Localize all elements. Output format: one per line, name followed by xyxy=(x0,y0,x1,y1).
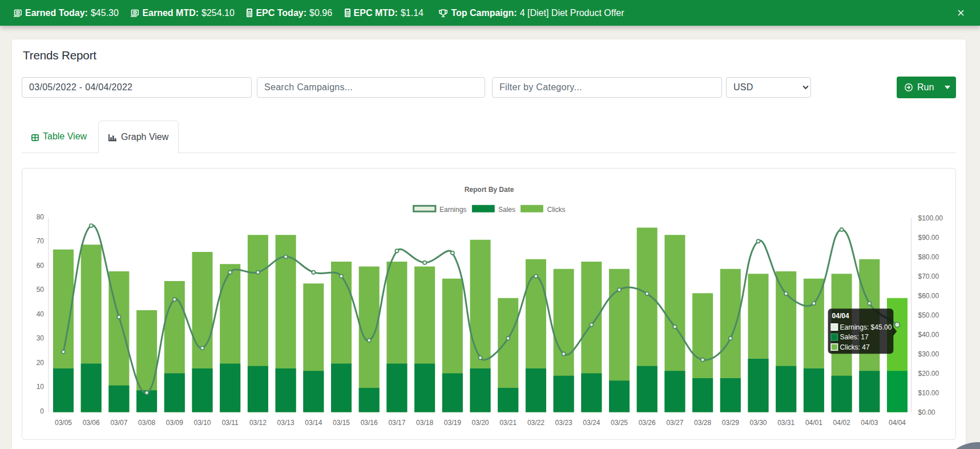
svg-text:03/16: 03/16 xyxy=(361,419,378,427)
svg-text:$20.00: $20.00 xyxy=(918,370,939,378)
svg-text:03/21: 03/21 xyxy=(499,419,517,427)
svg-text:03/07: 03/07 xyxy=(110,419,127,427)
svg-text:03/27: 03/27 xyxy=(666,419,683,427)
svg-text:03/29: 03/29 xyxy=(722,419,739,427)
svg-text:0: 0 xyxy=(40,407,44,415)
svg-text:04/03: 04/03 xyxy=(861,419,878,427)
svg-text:03/24: 03/24 xyxy=(583,419,600,427)
svg-text:03/22: 03/22 xyxy=(527,419,545,427)
svg-text:$30.00: $30.00 xyxy=(918,350,939,358)
svg-text:$100.00: $100.00 xyxy=(918,214,943,222)
svg-text:$0.00: $0.00 xyxy=(918,408,935,416)
svg-text:Report By Date: Report By Date xyxy=(465,186,514,194)
svg-text:40: 40 xyxy=(37,310,45,318)
svg-text:$90.00: $90.00 xyxy=(918,234,939,242)
svg-text:Earnings: $45.00: Earnings: $45.00 xyxy=(840,323,892,331)
svg-text:04/04: 04/04 xyxy=(832,312,849,320)
svg-text:03/12: 03/12 xyxy=(249,419,267,427)
svg-text:03/23: 03/23 xyxy=(555,419,572,427)
svg-text:03/10: 03/10 xyxy=(193,419,211,427)
svg-text:Clicks: Clicks xyxy=(547,206,566,214)
svg-text:03/19: 03/19 xyxy=(444,419,461,427)
svg-text:03/05: 03/05 xyxy=(55,419,72,427)
svg-text:50: 50 xyxy=(37,286,45,294)
svg-text:Sales: 17: Sales: 17 xyxy=(840,333,869,341)
svg-text:04/01: 04/01 xyxy=(805,419,822,427)
svg-text:03/14: 03/14 xyxy=(305,419,322,427)
svg-text:03/18: 03/18 xyxy=(416,419,433,427)
svg-text:04/02: 04/02 xyxy=(833,419,850,427)
svg-text:80: 80 xyxy=(37,213,45,221)
svg-text:03/28: 03/28 xyxy=(694,419,711,427)
svg-text:Sales: Sales xyxy=(498,206,515,214)
svg-text:03/08: 03/08 xyxy=(138,419,155,427)
svg-text:03/31: 03/31 xyxy=(777,419,795,427)
svg-text:10: 10 xyxy=(37,383,45,391)
svg-text:03/30: 03/30 xyxy=(749,419,767,427)
svg-text:Earnings: Earnings xyxy=(439,206,466,214)
svg-text:03/15: 03/15 xyxy=(333,419,350,427)
svg-text:03/17: 03/17 xyxy=(388,419,405,427)
svg-text:Clicks: 47: Clicks: 47 xyxy=(840,343,870,351)
svg-text:03/11: 03/11 xyxy=(222,419,239,427)
svg-text:$50.00: $50.00 xyxy=(918,311,939,319)
svg-text:70: 70 xyxy=(37,237,45,245)
svg-text:03/20: 03/20 xyxy=(471,419,489,427)
svg-text:03/25: 03/25 xyxy=(611,419,628,427)
svg-text:$40.00: $40.00 xyxy=(918,331,939,339)
svg-text:60: 60 xyxy=(37,262,45,270)
svg-text:03/06: 03/06 xyxy=(83,419,100,427)
svg-text:30: 30 xyxy=(37,334,45,342)
svg-text:$70.00: $70.00 xyxy=(918,272,939,280)
svg-text:03/09: 03/09 xyxy=(166,419,183,427)
svg-text:04/04: 04/04 xyxy=(889,419,906,427)
svg-text:03/13: 03/13 xyxy=(277,419,295,427)
svg-text:20: 20 xyxy=(37,359,45,367)
svg-text:03/26: 03/26 xyxy=(639,419,656,427)
svg-text:$60.00: $60.00 xyxy=(918,292,939,300)
svg-text:$10.00: $10.00 xyxy=(918,389,939,397)
svg-text:$80.00: $80.00 xyxy=(918,253,939,261)
